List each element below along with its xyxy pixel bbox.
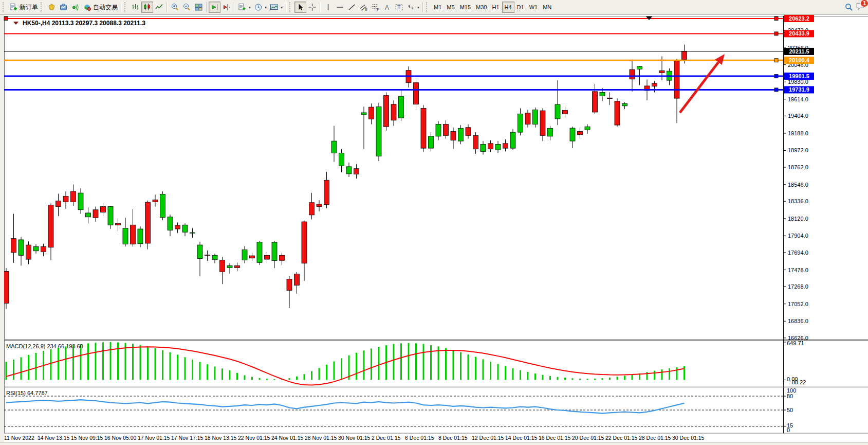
auto-scroll-button[interactable] [209,2,220,13]
timeframe-m1-button[interactable]: M1 [431,2,444,13]
candle [48,205,53,247]
svg-text:18120.0: 18120.0 [788,216,808,222]
candle [578,132,583,135]
search-button[interactable] [843,2,855,13]
candle [235,265,240,268]
line-handle[interactable] [4,17,8,21]
svg-text:17694.0: 17694.0 [788,250,808,256]
candle [510,132,515,148]
svg-text:20211.5: 20211.5 [789,48,809,55]
svg-text:19188.0: 19188.0 [788,130,808,136]
timeframe-w1-button[interactable]: W1 [527,2,541,13]
toolbar-grip[interactable] [124,2,127,12]
candle [429,136,434,148]
arrows-button[interactable]: ▾ [405,2,421,13]
equidistant-channel-button[interactable]: E [358,2,370,13]
price-label: 20100.4 [784,57,814,64]
profiles-button[interactable] [58,2,69,13]
vertical-line-button[interactable] [322,2,334,13]
price-label: 20433.9 [784,30,814,37]
timeframe-m15-button[interactable]: M15 [457,2,473,13]
candle [309,203,315,215]
text-label-button[interactable]: T [393,2,405,13]
svg-text:20 Dec 01:15: 20 Dec 01:15 [572,435,604,441]
candle [495,144,501,150]
line-handle[interactable] [774,75,778,78]
toolbar-grip[interactable] [3,2,6,12]
notifications-button[interactable]: 1 [855,2,865,13]
candle [652,83,657,86]
candle [488,144,493,149]
chart-shift-button[interactable] [220,2,232,13]
candle [533,110,538,124]
toolbar-grip[interactable] [289,2,292,12]
line-chart-button[interactable] [153,2,165,13]
capture-button[interactable]: ▾ [268,2,284,13]
svg-text:19731.9: 19731.9 [789,86,809,93]
trendline-button[interactable] [346,2,358,13]
candle [339,153,344,166]
toolbar-separator [206,2,207,12]
line-handle[interactable] [774,32,778,35]
time-axis[interactable]: 11 Nov 202214 Nov 13:1515 Nov 09:1516 No… [4,435,705,441]
crosshair-button[interactable] [306,2,318,13]
timeframe-h1-button[interactable]: H1 [489,2,502,13]
auto-trading-button[interactable]: 自动交易 [81,2,119,13]
candle [473,135,478,149]
price-label: 20211.5 [784,48,814,55]
bar-chart-button[interactable] [130,2,141,13]
toolbar-grip[interactable] [426,2,429,12]
candle [682,51,687,59]
zoom-in-icon [171,3,179,11]
template-icon [238,3,247,11]
zoom-in-button[interactable] [169,2,181,13]
candle [570,128,575,141]
candle [548,128,553,136]
svg-text:28 Nov 01:15: 28 Nov 01:15 [305,435,337,441]
candle [376,106,381,156]
toolbar-separator [320,2,321,12]
svg-text:19901.5: 19901.5 [789,73,809,79]
line-chart-icon [155,3,163,11]
svg-text:19404.0: 19404.0 [788,113,808,119]
candlestick-chart-button[interactable] [141,2,153,13]
line-handle[interactable] [774,17,778,21]
news-button[interactable] [69,2,81,13]
text-button[interactable]: A [381,2,393,13]
candle [615,101,620,125]
svg-text:8 Dec 01:15: 8 Dec 01:15 [438,435,468,441]
chart-canvas[interactable]: 20472.020256.020046.019830.019614.019404… [0,15,868,445]
svg-text:18972.0: 18972.0 [788,147,808,153]
zoom-out-button[interactable] [181,2,193,13]
candle [220,260,225,272]
tile-windows-button[interactable] [193,2,205,13]
cursor-button[interactable] [294,2,306,13]
period-button[interactable]: ▾ [252,2,268,13]
timeframe-h4-button[interactable]: H4 [502,2,514,13]
candle [108,207,113,225]
new-order-icon [9,3,18,11]
candle [250,256,255,258]
main-toolbar: 新订单 自动交易 [0,0,868,15]
candle [600,92,605,96]
fibonacci-button[interactable]: F [370,2,381,13]
candle [265,255,270,259]
toolbar-grip[interactable] [41,2,44,12]
new-order-button[interactable]: 新订单 [8,2,40,13]
dropdown-caret: ▾ [265,5,267,10]
zoom-out-icon [182,3,191,11]
styler-button[interactable] [46,2,58,13]
new-template-button[interactable]: ▾ [236,2,252,13]
timeframe-m5-button[interactable]: M5 [444,2,457,13]
timeframe-d1-button[interactable]: D1 [514,2,527,13]
line-handle[interactable] [774,59,778,62]
timeframe-m30-button[interactable]: M30 [473,2,489,13]
horizontal-line-button[interactable] [334,2,346,13]
candle [33,246,39,251]
candle [399,96,404,118]
candle [175,225,180,229]
candle [71,191,76,202]
timeframe-mn-button[interactable]: MN [540,2,554,13]
candle [622,103,627,106]
line-handle[interactable] [774,88,778,92]
